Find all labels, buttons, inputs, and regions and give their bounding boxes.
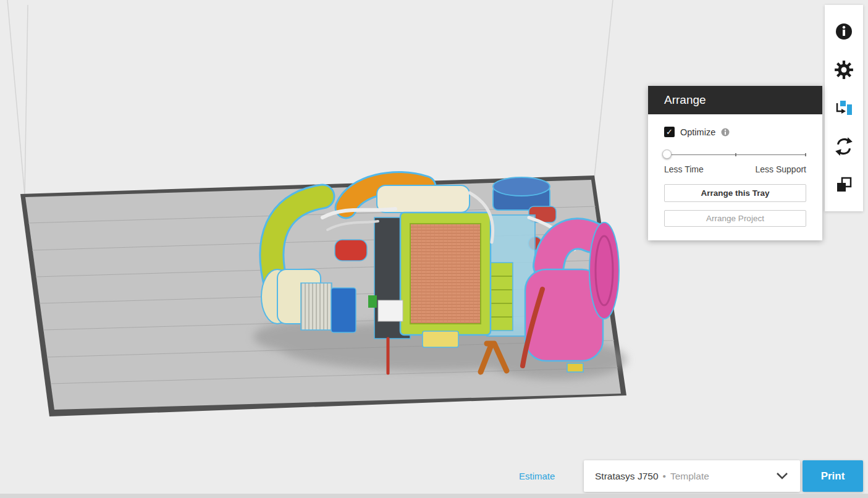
arrange-tool-icon <box>835 99 853 117</box>
slider-left-label: Less Time <box>664 164 704 174</box>
optimize-info-icon[interactable] <box>721 128 730 137</box>
info-button[interactable] <box>830 17 858 46</box>
orient-button[interactable] <box>830 132 858 161</box>
checkmark-icon: ✓ <box>666 128 673 136</box>
slider-handle[interactable] <box>662 150 672 159</box>
arrange-panel: Arrange ✓ Optimize Less Time Less Suppor… <box>648 86 822 240</box>
build-volume-guides <box>7 0 613 195</box>
printer-template-selector[interactable]: Stratasys J750 • Template <box>584 460 800 492</box>
arrange-button[interactable] <box>830 94 858 122</box>
arrange-panel-header: Arrange <box>648 86 822 114</box>
template-label: Template <box>670 471 709 482</box>
settings-button[interactable] <box>830 56 858 84</box>
arrange-this-tray-button[interactable]: Arrange this Tray <box>664 184 806 202</box>
optimize-row: ✓ Optimize <box>664 127 806 137</box>
chevron-down-icon <box>775 472 789 480</box>
arrange-project-button[interactable]: Arrange Project <box>664 210 806 227</box>
optimize-label: Optimize <box>680 127 715 137</box>
estimate-link[interactable]: Estimate <box>519 471 555 481</box>
info-icon <box>835 22 853 41</box>
scale-button[interactable] <box>830 171 858 199</box>
optimize-slider[interactable] <box>664 150 806 159</box>
printer-name: Stratasys J750 <box>595 471 659 482</box>
print-button[interactable]: Print <box>803 460 863 492</box>
3d-viewport[interactable] <box>0 0 868 498</box>
arrange-panel-body: ✓ Optimize Less Time Less Support Arrang… <box>648 114 822 240</box>
separator-bullet: • <box>663 471 666 482</box>
arrange-panel-title: Arrange <box>664 93 706 107</box>
orient-rotate-icon <box>833 136 854 157</box>
scale-tool-icon <box>835 175 853 194</box>
slider-right-label: Less Support <box>756 164 807 174</box>
optimize-checkbox[interactable]: ✓ <box>664 127 675 137</box>
settings-gear-icon <box>833 59 854 80</box>
slider-labels: Less Time Less Support <box>664 164 806 174</box>
floor-edge <box>0 494 868 498</box>
slider-end-tick <box>805 153 806 156</box>
right-toolbar <box>825 5 863 211</box>
slider-mid-tick <box>735 153 736 156</box>
